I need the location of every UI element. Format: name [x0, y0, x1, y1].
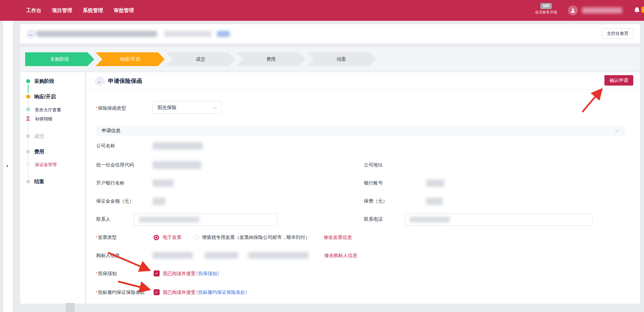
timeline-segment [28, 85, 29, 93]
sidebar-item-fees[interactable]: 费用 [34, 149, 44, 155]
required-mark: * [96, 106, 97, 111]
person-icon [570, 7, 576, 13]
notification-bell-icon[interactable] [633, 6, 641, 15]
section-application-info[interactable]: 申请信息 [96, 125, 625, 136]
back-arrow-icon: ← [29, 31, 34, 37]
stage-dot-pending [26, 134, 30, 138]
check-icon: ✓ [155, 290, 158, 295]
edit-bidder-info-link[interactable]: 修改购标人信息 [324, 253, 357, 259]
back-arrow-icon: ← [97, 79, 102, 84]
redacted-deposit-amount [153, 198, 165, 205]
stage-dot-done [26, 79, 30, 83]
substage-ring-icon [26, 162, 30, 166]
field-label-contact-phone: 联系电话 [364, 216, 383, 222]
field-label-deposit-amount: 保证金金额（元） [96, 198, 134, 204]
step-response-open[interactable]: 响应/开启 [96, 52, 165, 66]
nav-item-workbench[interactable]: 工作台 [26, 7, 41, 14]
field-label-contact: 联系人 [96, 216, 110, 222]
step-deal[interactable]: 成交 [166, 52, 235, 66]
notice-checkbox[interactable]: ✓ [154, 270, 160, 276]
redacted-company-name [153, 142, 203, 150]
nav-item-projects[interactable]: 项目管理 [52, 7, 72, 14]
sidebar-item-response-open[interactable]: 响应/开启 [34, 94, 56, 100]
label-text: 发票类型 [98, 235, 117, 240]
radio-electronic-invoice[interactable] [154, 235, 159, 240]
vip-icon: VIP [540, 3, 551, 9]
radio-label-vat-invoice[interactable]: 增值税专用发票（发票由保险公司邮寄，顺丰到付） [202, 235, 310, 241]
nav-item-system[interactable]: 系统管理 [83, 7, 103, 14]
label-text: 投保须知 [98, 271, 117, 276]
sidebar-item-deposit-management[interactable]: 保证金管理 [35, 162, 57, 168]
process-steps-bar: 采购阶段 响应/开启 成交 费用 结案 [20, 47, 640, 71]
collapsed-panel: › [3, 21, 13, 312]
sidebar-item-deal[interactable]: 成交 [34, 133, 44, 140]
edit-invoice-info-link[interactable]: 修改发票信息 [324, 235, 352, 241]
console-home-button[interactable]: 主控台首页 [602, 29, 633, 39]
notice-document-link[interactable]: 《投保须知》 [194, 271, 222, 277]
contact-input[interactable] [134, 213, 277, 226]
section-title: 申请信息 [102, 125, 120, 136]
substage-ring-icon [26, 108, 30, 111]
notification-count-badge: 46 [641, 7, 644, 13]
step-procurement[interactable]: 采购阶段 [25, 52, 94, 66]
radio-vat-invoice[interactable] [194, 235, 199, 240]
sidebar-item-procurement[interactable]: 采购阶段 [34, 78, 54, 85]
confirm-apply-button[interactable]: 确认申请 [604, 75, 633, 86]
terms-agree-text: 我已阅读并接受 [163, 290, 196, 296]
sidebar-item-bidding-hall[interactable]: 竞价大厅查看 [35, 107, 61, 113]
label-text: 保险保函类型 [98, 105, 126, 111]
sidebar-item-fill-details[interactable]: 补填明细 [35, 116, 52, 122]
header-card: ← 主控台首页 [20, 24, 640, 44]
terms-document-link[interactable]: 《投标履约保证保险条款》 [194, 290, 250, 296]
redacted-credit-code [153, 161, 201, 169]
page-back-button[interactable]: ← [95, 76, 104, 86]
nav-right: VIP 会员服务升级 46 [496, 0, 644, 21]
timeline-segment [28, 100, 29, 180]
field-label-bank-name: 开户银行名称 [96, 180, 124, 186]
required-mark: * [96, 290, 97, 295]
stage-dot-active [26, 95, 30, 99]
redacted-project-code [164, 31, 211, 37]
redacted-project-title [36, 31, 157, 37]
redacted-contact-phone-value [410, 217, 450, 222]
insurance-type-select[interactable]: 阳光保险 [153, 101, 221, 114]
step-fees[interactable]: 费用 [236, 52, 306, 66]
expand-panel-chevron-icon[interactable]: › [6, 162, 8, 169]
main-panel-header: ← 申请保险保函 确认申请 [86, 72, 640, 90]
redacted-status-chip [217, 31, 230, 37]
nav-item-approval[interactable]: 审批管理 [114, 7, 134, 14]
radio-label-electronic-invoice[interactable]: 电子发票 [163, 235, 181, 241]
field-label-insurance-type: *保险保函类型 [96, 105, 126, 111]
field-label-premium: 保费（元） [364, 198, 387, 204]
field-label-company-address: 公司地址 [364, 162, 383, 168]
stage-dot-pending [26, 150, 30, 154]
main-panel: ← 申请保险保函 确认申请 *保险保函类型 阳光保险 申请信息 公司名称 统一社… [86, 72, 640, 304]
redacted-bidder-id [205, 252, 238, 259]
field-label-invoice-type: *发票类型 [96, 235, 117, 241]
header-back-button[interactable]: ← [26, 29, 36, 39]
insurance-type-value: 阳光保险 [158, 105, 176, 110]
redacted-bidder-name [153, 252, 193, 259]
vip-upgrade[interactable]: VIP 会员服务升级 [530, 3, 562, 15]
stage-dot-pending [26, 179, 30, 184]
scrollbar-thumb[interactable] [66, 303, 74, 312]
field-label-terms: *投标履约保证保险条款 [96, 290, 145, 296]
page-title: 申请保险保函 [108, 72, 142, 90]
terms-checkbox[interactable]: ✓ [154, 289, 160, 295]
contact-phone-input[interactable] [405, 213, 592, 226]
redacted-premium [426, 198, 443, 205]
field-label-credit-code: 统一社会信用代码 [96, 162, 134, 168]
hourglass-icon [26, 116, 30, 121]
field-label-notice: *投保须知 [96, 271, 117, 277]
vip-caption: 会员服务升级 [530, 10, 562, 15]
step-closing[interactable]: 结案 [307, 52, 376, 66]
chevron-down-icon [615, 128, 619, 132]
label-text: 投标履约保证保险条款 [98, 290, 145, 295]
redacted-bank-name [153, 179, 173, 187]
sidebar-item-closing[interactable]: 结案 [34, 178, 44, 185]
required-mark: * [96, 271, 97, 276]
field-label-bank-account: 银行账号 [364, 180, 383, 186]
redacted-contact-value [139, 217, 199, 222]
user-avatar[interactable] [568, 5, 578, 15]
notice-agree-text: 我已阅读并接受 [163, 271, 196, 277]
